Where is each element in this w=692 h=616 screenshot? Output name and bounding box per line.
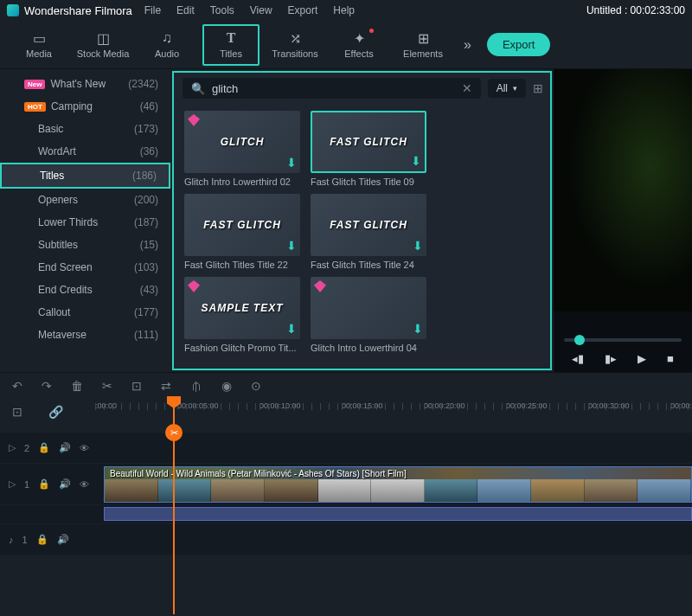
download-icon[interactable]: ⬇	[286, 322, 297, 336]
color-button[interactable]: ◉	[221, 379, 232, 393]
mute-icon[interactable]: 🔊	[57, 534, 69, 545]
sidebar-item-end-screen[interactable]: End Screen(103)	[0, 256, 170, 279]
more-tabs-button[interactable]: »	[464, 37, 471, 53]
thumbnail[interactable]: SAMPLE TEXT⬇Fashion Glitch Promo Tit...	[184, 277, 300, 353]
thumbnail[interactable]: ⬇Glitch Intro Lowerthird 04	[311, 277, 426, 353]
preview-scrubber[interactable]	[564, 338, 682, 342]
mute-icon[interactable]: 🔊	[59, 442, 71, 453]
audio-clip[interactable]	[104, 507, 692, 521]
link-button[interactable]: 🔗	[48, 405, 63, 419]
track-video-2[interactable]: ▷2🔒🔊👁	[0, 433, 692, 464]
sidebar-item-subtitles[interactable]: Subtitles(15)	[0, 234, 170, 256]
sidebar-item-titles[interactable]: Titles(186)	[0, 163, 170, 189]
export-button[interactable]: Export	[487, 33, 551, 56]
thumb-image[interactable]: GLITCH⬇	[184, 111, 300, 173]
download-icon[interactable]: ⬇	[413, 322, 423, 336]
track-audio-1[interactable]: ♪1🔒🔊	[0, 524, 692, 555]
menu-tools[interactable]: Tools	[210, 4, 234, 16]
search-box: 🔍 ✕	[183, 78, 481, 99]
elements-icon: ⊞	[418, 30, 429, 46]
undo-button[interactable]: ↶	[12, 379, 22, 393]
track-video-1[interactable]: ▷1🔒🔊👁 Beautiful World - Wild Animals (Pe…	[0, 464, 692, 505]
thumb-image[interactable]: FAST GLITCH⬇	[311, 111, 426, 173]
play-button[interactable]: ▶	[638, 352, 646, 365]
thumb-image[interactable]: FAST GLITCH⬇	[184, 194, 300, 256]
tab-titles[interactable]: TTitles	[202, 24, 260, 66]
visibility-icon[interactable]: 👁	[80, 443, 89, 453]
tab-media[interactable]: ▭Media	[10, 24, 67, 66]
redo-button[interactable]: ↷	[42, 379, 52, 393]
lock-icon[interactable]: 🔒	[38, 478, 50, 490]
next-frame-button[interactable]: ▮▸	[605, 352, 617, 365]
sidebar-item-openers[interactable]: Openers(200)	[0, 189, 170, 211]
thumbnail[interactable]: FAST GLITCH⬇Fast Glitch Titles Title 22	[184, 194, 300, 270]
thumbnail[interactable]: GLITCH⬇Glitch Intro Lowerthird 02	[184, 111, 300, 187]
premium-icon	[314, 280, 326, 292]
lock-icon[interactable]: 🔒	[38, 442, 50, 453]
download-icon[interactable]: ⬇	[286, 156, 297, 170]
stop-button[interactable]: ■	[667, 352, 674, 365]
sidebar-label: Basic	[38, 123, 63, 135]
sidebar-item-end-credits[interactable]: End Credits(43)	[0, 279, 170, 301]
marker-button[interactable]: ⊙	[251, 379, 261, 393]
grid-view-button[interactable]: ⊞	[533, 81, 541, 95]
playhead-cut-button[interactable]: ✂	[165, 424, 183, 441]
menu-view[interactable]: View	[250, 4, 272, 16]
sidebar-label: End Credits	[38, 284, 93, 296]
tab-effects[interactable]: ✦Effects	[330, 24, 388, 66]
sidebar-count: (187)	[134, 216, 158, 228]
sidebar-item-callout[interactable]: Callout(177)	[0, 301, 170, 324]
download-icon[interactable]: ⬇	[411, 154, 421, 168]
ruler-tick: 00:00:25:00	[506, 398, 588, 410]
thumb-image[interactable]: SAMPLE TEXT⬇	[184, 277, 300, 339]
preview-video[interactable]	[554, 69, 692, 311]
visibility-icon[interactable]: 👁	[80, 479, 89, 490]
speed-button[interactable]: ⇄	[161, 379, 171, 393]
sidebar-item-camping[interactable]: HOTCamping(46)	[0, 95, 170, 118]
search-input[interactable]	[212, 82, 455, 95]
thumb-text: FAST GLITCH	[330, 136, 407, 148]
delete-button[interactable]: 🗑	[71, 379, 83, 393]
transition-icon: ⤮	[290, 30, 301, 46]
thumbnail[interactable]: FAST GLITCH⬇Fast Glitch Titles Title 09	[311, 111, 426, 187]
menu-export[interactable]: Export	[288, 4, 318, 16]
mute-icon[interactable]: 🔊	[59, 478, 71, 490]
crop-button[interactable]: ⊡	[131, 379, 142, 393]
adjust-button[interactable]: ⫛	[190, 379, 202, 393]
scrubber-thumb[interactable]	[574, 335, 585, 345]
tab-audio[interactable]: ♫Audio	[138, 24, 195, 66]
sidebar-item-metaverse[interactable]: Metaverse(111)	[0, 324, 170, 346]
lock-icon[interactable]: 🔒	[36, 534, 48, 545]
thumb-image[interactable]: FAST GLITCH⬇	[311, 194, 426, 256]
clear-search-button[interactable]: ✕	[462, 81, 472, 95]
cut-button[interactable]: ✂	[102, 379, 112, 393]
sidebar-count: (43)	[140, 284, 158, 296]
sidebar-item-lower-thirds[interactable]: Lower Thirds(187)	[0, 211, 170, 234]
video-clip[interactable]: Beautiful World - Wild Animals (Petar Mi…	[104, 466, 692, 503]
auto-ripple-button[interactable]: ⊡	[12, 405, 22, 419]
download-icon[interactable]: ⬇	[286, 239, 297, 253]
timeline-ruler[interactable]: ⊡ 🔗 :00:0000:00:05:0000:00:10:0000:00:15…	[0, 398, 692, 433]
sidebar-item-basic[interactable]: Basic(173)	[0, 118, 170, 140]
sidebar-item-wordart[interactable]: WordArt(36)	[0, 140, 170, 163]
prev-frame-button[interactable]: ◂▮	[572, 352, 584, 365]
track-audio-link[interactable]	[0, 505, 692, 524]
playhead[interactable]: ✂	[173, 398, 175, 614]
menu-edit[interactable]: Edit	[176, 4, 195, 16]
title-bar: Wondershare Filmora File Edit Tools View…	[0, 0, 692, 21]
tab-elements[interactable]: ⊞Elements	[394, 24, 452, 66]
sidebar-label: Callout	[38, 306, 70, 318]
menu-file[interactable]: File	[144, 4, 161, 16]
menu-help[interactable]: Help	[333, 4, 355, 16]
tab-transitions[interactable]: ⤮Transitions	[266, 24, 324, 66]
download-icon[interactable]: ⬇	[413, 239, 423, 253]
sidebar-count: (111)	[134, 329, 158, 341]
filter-dropdown[interactable]: All▾	[488, 79, 526, 98]
badge: New	[24, 80, 45, 89]
thumbnail[interactable]: FAST GLITCH⬇Fast Glitch Titles Title 24	[311, 194, 426, 270]
thumb-image[interactable]: ⬇	[311, 277, 426, 339]
track-type-icon: ▷	[9, 478, 16, 490]
tab-stock-media[interactable]: ◫Stock Media	[74, 24, 131, 66]
logo-icon	[7, 4, 19, 16]
sidebar-item-what's-new[interactable]: NewWhat's New(2342)	[0, 73, 170, 95]
